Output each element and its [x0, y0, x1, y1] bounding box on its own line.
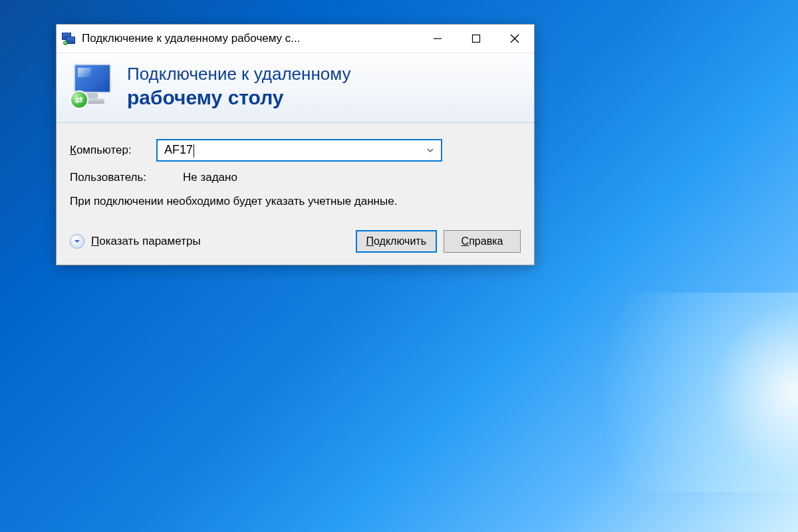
computer-row: Компьютер: AF17 [70, 139, 521, 162]
minimize-button[interactable] [418, 25, 457, 53]
svg-rect-1 [473, 35, 480, 43]
rdp-icon: ⇄ [68, 63, 116, 110]
window-title: Подключение к удаленному рабочему с... [82, 32, 418, 45]
computer-combobox[interactable]: AF17 [156, 139, 442, 162]
close-button[interactable] [495, 25, 534, 53]
window-controls [418, 25, 534, 53]
app-icon [62, 31, 76, 46]
user-value: Не задано [183, 171, 237, 184]
chevron-down-icon[interactable] [424, 144, 437, 158]
desktop-light-effect [532, 293, 798, 492]
body-area: Компьютер: AF17 Пользователь: Не задано … [57, 123, 534, 265]
header-text: Подключение к удаленному рабочему столу [127, 63, 350, 110]
credentials-info: При подключении необходимо будет указать… [70, 194, 416, 210]
titlebar[interactable]: Подключение к удаленному рабочему с... [57, 25, 534, 53]
show-options-link[interactable]: Показать параметры [91, 235, 201, 248]
computer-value[interactable]: AF17 [164, 143, 424, 157]
header-banner: ⇄ Подключение к удаленному рабочему стол… [57, 53, 534, 123]
computer-label: Компьютер: [70, 144, 156, 157]
expand-options-icon[interactable] [70, 234, 84, 249]
help-button[interactable]: Справка [444, 230, 521, 253]
connect-button[interactable]: Подключить [356, 230, 437, 253]
user-label: Пользователь: [70, 171, 156, 184]
maximize-button[interactable] [457, 25, 495, 53]
user-row: Пользователь: Не задано [70, 171, 521, 184]
header-line1: Подключение к удаленному [127, 63, 350, 85]
header-line2: рабочему столу [127, 85, 350, 110]
bottom-row: Показать параметры Подключить Справка [70, 230, 521, 253]
rdp-window: Подключение к удаленному рабочему с... ⇄… [56, 24, 535, 265]
